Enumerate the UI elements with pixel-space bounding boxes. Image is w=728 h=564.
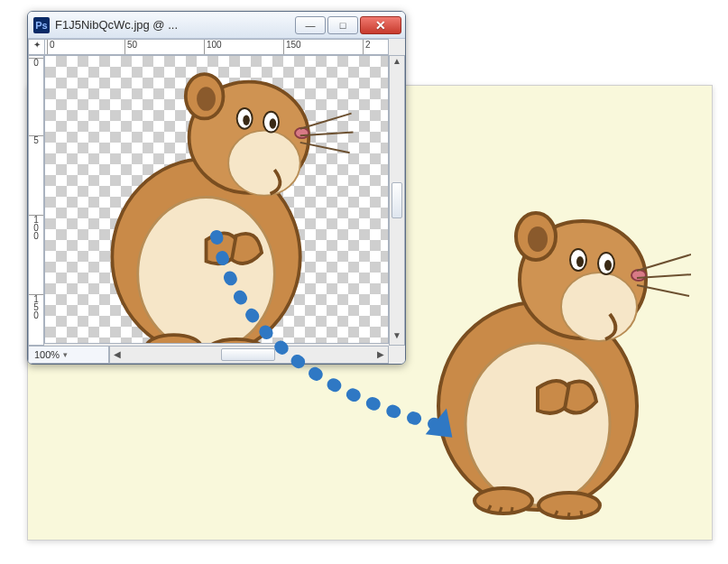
photoshop-app-icon: Ps: [33, 17, 50, 33]
ruler-v-tick: 0: [29, 58, 43, 67]
scrollbar-vertical[interactable]: ▲ ▼: [389, 55, 405, 346]
titlebar[interactable]: Ps F1J5NibQcWc.jpg @ ... — □ ✕: [28, 12, 405, 39]
zoom-status[interactable]: 100% ▾: [28, 346, 109, 364]
ruler-h-tick: 0: [47, 40, 55, 54]
ruler-h-tick: 150: [283, 40, 301, 54]
window-buttons: — □ ✕: [295, 16, 401, 34]
minimize-icon: —: [306, 20, 316, 31]
scroll-left-icon[interactable]: ◀: [110, 347, 124, 363]
ruler-h-tick: 2: [363, 40, 371, 54]
ruler-h-tick: 50: [124, 40, 137, 54]
close-button[interactable]: ✕: [360, 16, 401, 34]
minimize-button[interactable]: —: [295, 16, 326, 34]
ruler-v-tick: 1 5 0: [29, 294, 43, 319]
canvas[interactable]: [44, 55, 389, 344]
maximize-button[interactable]: □: [327, 16, 358, 34]
chevron-down-icon: ▾: [63, 350, 68, 359]
ruler-h-tick: 100: [204, 40, 222, 54]
document-area: ✦ 0 50 100 150 2 0 5 1 0 0 1 5 0 ▲ ▼ 100…: [28, 39, 405, 364]
ruler-v-tick: 1 0 0: [29, 215, 43, 240]
ruler-vertical[interactable]: 0 5 1 0 0 1 5 0: [28, 55, 44, 346]
scroll-right-icon[interactable]: ▶: [373, 347, 388, 363]
scroll-down-icon[interactable]: ▼: [390, 330, 404, 345]
ruler-v-tick: 5: [29, 135, 43, 144]
dropped-image[interactable]: [402, 180, 691, 523]
scroll-up-icon[interactable]: ▲: [390, 56, 404, 70]
scrollbar-horizontal[interactable]: ◀ ▶: [109, 346, 389, 364]
app-icon-text: Ps: [35, 20, 47, 31]
close-icon: ✕: [375, 18, 386, 32]
scroll-thumb-vertical[interactable]: [392, 182, 402, 218]
ruler-horizontal[interactable]: 0 50 100 150 2: [44, 39, 389, 55]
source-image[interactable]: [52, 55, 377, 344]
photoshop-window[interactable]: Ps F1J5NibQcWc.jpg @ ... — □ ✕ ✦ 0 50 10…: [27, 11, 406, 365]
window-title: F1J5NibQcWc.jpg @ ...: [55, 18, 295, 32]
ruler-origin[interactable]: ✦: [28, 39, 44, 55]
scroll-thumb-horizontal[interactable]: [221, 348, 275, 361]
maximize-icon: □: [340, 20, 346, 31]
zoom-value: 100%: [34, 349, 60, 360]
